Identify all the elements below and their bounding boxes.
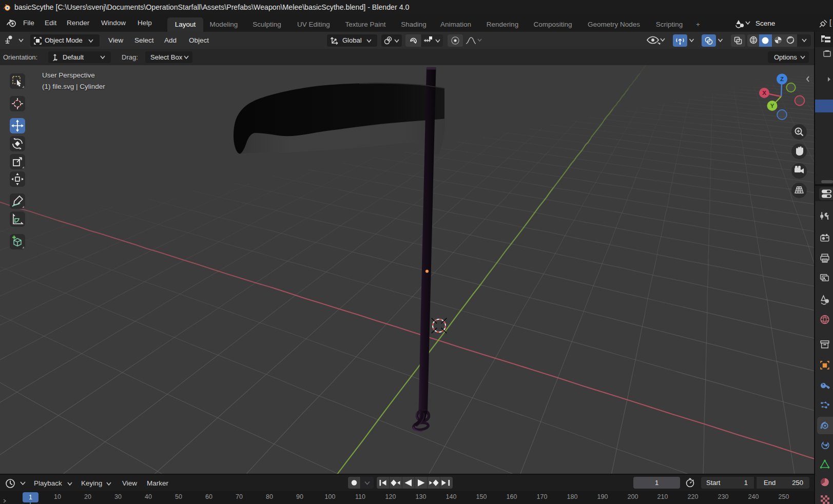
svg-text:X: X bbox=[762, 90, 766, 96]
svg-text:Z: Z bbox=[780, 76, 784, 82]
svg-text:Y: Y bbox=[770, 103, 774, 109]
